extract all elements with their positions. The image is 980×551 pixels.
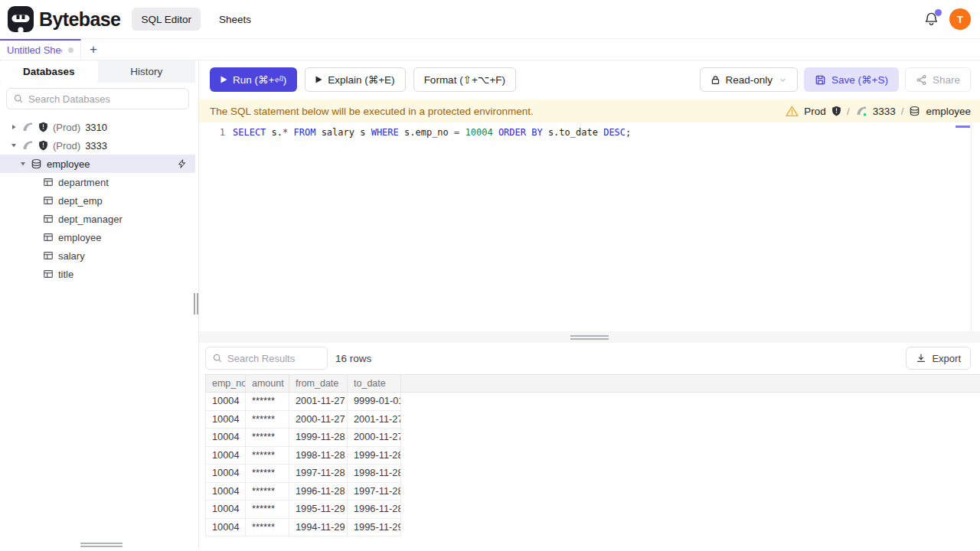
share-button[interactable]: Share — [905, 67, 971, 92]
cell[interactable]: 1994-11-29 — [289, 519, 348, 537]
cell[interactable]: ****** — [246, 465, 289, 483]
cell[interactable]: 1996-11-28 — [348, 500, 401, 519]
tree-item-table[interactable]: dept_manager — [0, 210, 195, 228]
cell[interactable]: ****** — [246, 483, 289, 501]
results-table-header: emp_noamountfrom_dateto_date — [205, 374, 980, 393]
tab-databases[interactable]: Databases — [0, 60, 98, 83]
readonly-mode-dropdown[interactable]: Read-only — [700, 67, 799, 92]
caret-down-icon[interactable] — [11, 142, 17, 148]
table-row[interactable]: 10004******1999-11-282000-11-27 — [205, 429, 401, 447]
save-icon — [815, 74, 826, 86]
sql-editor[interactable]: 1 SELECT s.* FROM salary s WHERE s.emp_n… — [199, 122, 980, 331]
cell[interactable]: 1999-11-28 — [348, 447, 401, 465]
tree-item-table[interactable]: title — [0, 265, 195, 283]
cell[interactable]: 1995-11-29 — [348, 519, 401, 537]
cell[interactable]: 1997-11-28 — [348, 483, 401, 501]
cell[interactable]: ****** — [246, 393, 289, 411]
notification-bell-button[interactable] — [924, 11, 939, 27]
table-name: employee — [58, 232, 101, 243]
row-count: 16 rows — [335, 353, 371, 364]
cell[interactable]: ****** — [246, 500, 289, 519]
table-row[interactable]: 10004******2001-11-279999-01-01 — [205, 393, 401, 411]
table-icon — [43, 195, 54, 206]
cell[interactable]: 10004 — [206, 519, 246, 537]
editor-toolbar: Run (⌘+⏎) Explain (⌘+E) Format (⇧+⌥+F) — [199, 60, 980, 99]
results-search-input[interactable] — [227, 353, 321, 364]
cell[interactable]: 1999-11-28 — [289, 429, 348, 447]
code-line: 1 SELECT s.* FROM salary s WHERE s.emp_n… — [199, 125, 980, 141]
export-button[interactable]: Export — [906, 347, 971, 370]
run-button[interactable]: Run (⌘+⏎) — [210, 67, 297, 92]
instance-label[interactable]: 3333 — [873, 106, 896, 117]
tab-history[interactable]: History — [98, 60, 196, 83]
cell[interactable]: 2000-11-27 — [289, 411, 348, 429]
cell[interactable]: 1998-11-28 — [348, 465, 401, 483]
cell[interactable]: ****** — [246, 429, 289, 447]
table-row[interactable]: 10004******1998-11-281999-11-28 — [205, 447, 401, 465]
bytebase-logo-icon — [8, 6, 34, 32]
tree-item-table[interactable]: department — [0, 173, 195, 191]
sidebar-resize-handle[interactable] — [194, 293, 198, 315]
table-row[interactable]: 10004******2000-11-272001-11-27 — [205, 411, 401, 429]
cell[interactable]: 10004 — [206, 393, 246, 411]
cell[interactable]: 10004 — [206, 500, 246, 519]
caret-right-icon[interactable] — [11, 124, 17, 130]
cell[interactable]: ****** — [246, 411, 289, 429]
tree-item-table[interactable]: employee — [0, 228, 195, 246]
explain-button[interactable]: Explain (⌘+E) — [305, 67, 405, 92]
cell[interactable]: 1996-11-28 — [289, 483, 348, 501]
table-name: dept_emp — [58, 195, 103, 207]
cell[interactable]: 2001-11-27 — [289, 393, 348, 411]
table-row[interactable]: 10004******1996-11-281997-11-28 — [205, 483, 401, 501]
cell[interactable]: 2001-11-27 — [348, 411, 401, 429]
cell[interactable]: 2000-11-27 — [348, 429, 401, 447]
cell[interactable]: 1997-11-28 — [289, 465, 348, 483]
table-row[interactable]: 10004******1994-11-291995-11-29 — [205, 519, 401, 537]
cell[interactable]: 10004 — [206, 483, 246, 501]
column-header-from_date[interactable]: from_date — [289, 375, 348, 392]
shield-icon — [38, 140, 48, 151]
environment-label[interactable]: Prod — [804, 106, 826, 117]
column-header-emp_no[interactable]: emp_no — [206, 375, 246, 392]
lightning-icon[interactable] — [177, 158, 187, 169]
table-row[interactable]: 10004******1997-11-281998-11-28 — [205, 465, 401, 483]
table-name: title — [58, 269, 74, 280]
database-label[interactable]: employee — [926, 106, 971, 117]
results-search — [205, 347, 328, 370]
cell[interactable]: 1995-11-29 — [289, 500, 348, 519]
nav-item-sql-editor[interactable]: SQL Editor — [132, 8, 201, 31]
cell[interactable]: 10004 — [206, 429, 246, 447]
table-row[interactable]: 10004******1995-11-291996-11-28 — [205, 500, 401, 519]
protection-banner: The SQL statement below will be executed… — [199, 99, 980, 122]
lock-icon — [710, 75, 720, 85]
cell[interactable]: 10004 — [206, 411, 246, 429]
cell[interactable]: 10004 — [206, 465, 246, 483]
editor-results-resize-handle[interactable] — [570, 335, 609, 340]
nav-item-sheets[interactable]: Sheets — [210, 8, 260, 31]
new-sheet-button[interactable]: + — [81, 39, 106, 60]
sheet-tab-label: Untitled Sheet — [7, 44, 62, 56]
tree-item-instance[interactable]: (Prod)3333 — [0, 136, 195, 155]
column-header-amount[interactable]: amount — [246, 375, 289, 392]
cell[interactable]: 10004 — [206, 447, 246, 465]
tree-item-table[interactable]: dept_emp — [0, 191, 195, 210]
cell[interactable]: ****** — [246, 519, 289, 537]
tree-item-database[interactable]: employee — [0, 155, 195, 173]
line-number: 1 — [199, 125, 225, 141]
main-panel: Run (⌘+⏎) Explain (⌘+E) Format (⇧+⌥+F) — [198, 60, 980, 549]
sheet-tab-untitled[interactable]: Untitled Sheet — [0, 39, 81, 60]
cell[interactable]: ****** — [246, 447, 289, 465]
brand[interactable]: Bytebase — [8, 6, 120, 32]
cell[interactable]: 9999-01-01 — [348, 393, 401, 411]
tree-item-instance[interactable]: (Prod)3310 — [0, 118, 195, 136]
sidebar-bottom-resize-handle[interactable] — [80, 543, 122, 547]
caret-down-icon[interactable] — [20, 161, 26, 167]
column-header-to_date[interactable]: to_date — [348, 375, 401, 392]
save-button[interactable]: Save (⌘+S) — [804, 67, 899, 92]
database-search-input[interactable] — [28, 93, 182, 105]
format-button[interactable]: Format (⇧+⌥+F) — [413, 67, 516, 92]
user-avatar[interactable]: T — [949, 8, 971, 30]
cell[interactable]: 1998-11-28 — [289, 447, 348, 465]
download-icon — [916, 353, 926, 364]
tree-item-table[interactable]: salary — [0, 246, 195, 265]
